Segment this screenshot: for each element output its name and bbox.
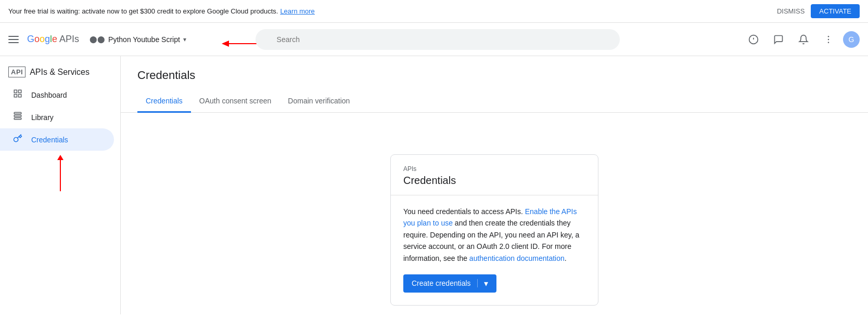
sidebar-header: API APIs & Services [0, 60, 120, 84]
svg-point-3 [828, 35, 829, 37]
avatar[interactable]: G [843, 31, 860, 48]
sidebar: API APIs & Services Dashboard Library [0, 56, 121, 314]
google-apis-logo[interactable]: Google APIs [27, 34, 79, 45]
svg-marker-1 [222, 41, 229, 47]
main-header: Google APIs ⬤⬤ Python Youtube Script ▾ 🔍 [0, 23, 868, 56]
notification-message: Your free trial is waiting: activate now… [8, 7, 315, 15]
dashboard-icon [12, 89, 23, 101]
content-area: APIs Credentials You need credentials to… [121, 113, 868, 314]
credentials-icon [12, 134, 23, 146]
svg-rect-6 [14, 90, 17, 93]
create-credentials-button[interactable]: Create credentials ▾ [403, 274, 496, 293]
dismiss-button[interactable]: DISMISS [777, 4, 805, 18]
notification-bar: Your free trial is waiting: activate now… [0, 0, 868, 23]
sidebar-section-title: APIs & Services [30, 68, 90, 77]
svg-point-5 [828, 42, 829, 43]
project-icon: ⬤⬤ [90, 35, 105, 43]
svg-rect-9 [14, 95, 17, 97]
menu-icon[interactable] [8, 33, 21, 46]
card-body: You need credentials to access APIs. Ena… [391, 195, 598, 305]
tab-oauth[interactable]: OAuth consent screen [191, 90, 280, 113]
sidebar-item-label-credentials: Credentials [31, 136, 68, 144]
page-header: Credentials [121, 56, 868, 82]
support-icon[interactable] [743, 29, 764, 50]
auth-docs-link[interactable]: authentication documentation [469, 254, 565, 262]
sidebar-item-library[interactable]: Library [0, 106, 114, 128]
google-logo-text: Google [27, 34, 57, 45]
tabs: Credentials OAuth consent screen Domain … [121, 90, 868, 113]
search-container: 🔍 [256, 29, 620, 50]
card-title: Credentials [403, 175, 585, 187]
tab-credentials[interactable]: Credentials [137, 90, 191, 113]
button-divider [477, 279, 478, 287]
api-badge: API [8, 67, 25, 77]
card-desc-part1: You need credentials to access APIs. [403, 207, 525, 216]
annotation-arrow-sidebar [0, 155, 120, 191]
svg-rect-12 [14, 118, 21, 120]
notification-text: Your free trial is waiting: activate now… [8, 7, 278, 15]
chat-icon[interactable] [768, 29, 789, 50]
svg-point-4 [828, 38, 829, 40]
sidebar-item-label-dashboard: Dashboard [31, 91, 67, 99]
credentials-card: APIs Credentials You need credentials to… [390, 154, 598, 306]
svg-rect-8 [19, 95, 21, 97]
chevron-down-icon: ▾ [484, 279, 488, 288]
svg-rect-7 [19, 90, 21, 93]
tab-domain[interactable]: Domain verification [279, 90, 358, 113]
page-title: Credentials [137, 69, 851, 82]
svg-rect-11 [14, 115, 21, 117]
search-input[interactable] [256, 29, 620, 50]
sidebar-item-credentials[interactable]: Credentials [0, 128, 114, 151]
activate-button[interactable]: ACTIVATE [811, 4, 860, 18]
notifications-icon[interactable] [793, 29, 814, 50]
learn-more-link[interactable]: Learn more [280, 7, 314, 15]
card-header: APIs Credentials [391, 155, 598, 195]
card-desc-part3: . [565, 254, 567, 262]
main-content: Credentials Credentials OAuth consent sc… [121, 56, 868, 314]
more-options-icon[interactable] [818, 29, 839, 50]
card-subtitle: APIs [403, 165, 585, 173]
library-icon [12, 111, 23, 123]
chevron-down-icon: ▾ [183, 36, 186, 43]
project-selector[interactable]: ⬤⬤ Python Youtube Script ▾ [85, 33, 190, 46]
create-credentials-label: Create credentials [412, 279, 471, 287]
sidebar-item-label-library: Library [31, 113, 54, 122]
body-layout: API APIs & Services Dashboard Library [0, 56, 868, 314]
apis-label: APIs [59, 34, 79, 45]
card-description: You need credentials to access APIs. Ena… [403, 206, 585, 264]
header-actions: G [743, 29, 860, 50]
svg-rect-10 [14, 112, 21, 114]
project-name: Python Youtube Script [108, 35, 180, 44]
sidebar-item-dashboard[interactable]: Dashboard [0, 84, 114, 106]
